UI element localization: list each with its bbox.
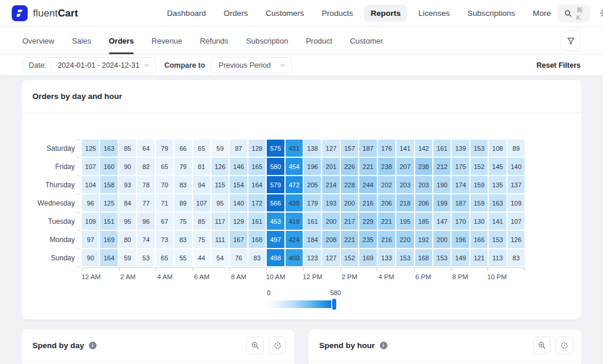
heatmap-cell[interactable]: 196: [304, 158, 321, 175]
heatmap-cell[interactable]: 94: [193, 176, 210, 193]
heatmap-cell[interactable]: 90: [119, 158, 136, 175]
heatmap-cell[interactable]: 163: [489, 194, 506, 211]
nav-item-orders[interactable]: Orders: [217, 5, 254, 22]
date-range-select[interactable]: Date: 2024-01-01 - 2024-12-31: [22, 57, 156, 73]
heatmap-cell[interactable]: 161: [249, 213, 266, 230]
reset-filters-button[interactable]: Reset Filters: [536, 61, 581, 70]
heatmap-cell[interactable]: 200: [341, 194, 358, 211]
heatmap-cell[interactable]: 139: [452, 140, 469, 157]
tab-refunds[interactable]: Refunds: [200, 27, 228, 54]
heatmap-cell[interactable]: 107: [193, 194, 210, 211]
heatmap-cell[interactable]: 200: [433, 231, 450, 248]
heatmap-cell[interactable]: 127: [322, 249, 339, 266]
heatmap-cell[interactable]: 157: [341, 140, 358, 157]
nav-item-subscriptions[interactable]: Subscriptions: [461, 5, 522, 22]
heatmap-cell[interactable]: 164: [249, 176, 266, 193]
heatmap-cell[interactable]: 154: [230, 176, 247, 193]
heatmap-cell[interactable]: 203: [396, 176, 413, 193]
heatmap-cell[interactable]: 439: [286, 194, 303, 211]
heatmap-cell[interactable]: 141: [489, 213, 506, 230]
heatmap-cell[interactable]: 152: [341, 249, 358, 266]
heatmap-cell[interactable]: 153: [489, 231, 506, 248]
heatmap-cell[interactable]: 135: [489, 176, 506, 193]
tab-overview[interactable]: Overview: [22, 27, 54, 54]
heatmap-cell[interactable]: 117: [211, 213, 228, 230]
heatmap-cell[interactable]: 206: [378, 194, 395, 211]
heatmap-cell[interactable]: 83: [249, 249, 266, 266]
heatmap-cell[interactable]: 179: [304, 194, 321, 211]
heatmap-cell[interactable]: 96: [137, 213, 154, 230]
heatmap-cell[interactable]: 216: [378, 231, 395, 248]
filter-button[interactable]: [561, 31, 581, 51]
heatmap-cell[interactable]: 85: [119, 140, 136, 157]
heatmap-cell[interactable]: 217: [341, 213, 358, 230]
heatmap-cell[interactable]: 104: [82, 176, 99, 193]
heatmap-cell[interactable]: 190: [433, 176, 450, 193]
heatmap-cell[interactable]: 65: [156, 249, 173, 266]
heatmap-cell[interactable]: 129: [230, 213, 247, 230]
heatmap-cell[interactable]: 153: [396, 249, 413, 266]
heatmap-cell[interactable]: 107: [82, 158, 99, 175]
heatmap-cell[interactable]: 220: [396, 231, 413, 248]
heatmap-cell[interactable]: 218: [396, 194, 413, 211]
heatmap-cell[interactable]: 200: [322, 213, 339, 230]
heatmap-cell[interactable]: 109: [508, 194, 525, 211]
heatmap-cell[interactable]: 82: [137, 158, 154, 175]
heatmap-cell[interactable]: 95: [211, 194, 228, 211]
heatmap-cell[interactable]: 201: [322, 158, 339, 175]
heatmap-cell[interactable]: 175: [452, 158, 469, 175]
heatmap-cell[interactable]: 53: [137, 249, 154, 266]
heatmap-cell[interactable]: 228: [341, 176, 358, 193]
heatmap-cell[interactable]: 84: [119, 194, 136, 211]
heatmap-cell[interactable]: 74: [137, 231, 154, 248]
heatmap-cell[interactable]: 497: [267, 231, 284, 248]
heatmap-cell[interactable]: 107: [508, 213, 525, 230]
heatmap-cell[interactable]: 205: [304, 176, 321, 193]
legend-range-handle[interactable]: [332, 299, 336, 310]
restore-button[interactable]: [555, 336, 573, 354]
heatmap-cell[interactable]: 83: [508, 249, 525, 266]
heatmap-cell[interactable]: 54: [211, 249, 228, 266]
heatmap-cell[interactable]: 221: [341, 231, 358, 248]
heatmap-cell[interactable]: 221: [378, 213, 395, 230]
heatmap-cell[interactable]: 85: [193, 213, 210, 230]
heatmap-cell[interactable]: 96: [82, 194, 99, 211]
heatmap-cell[interactable]: 59: [119, 249, 136, 266]
heatmap-cell[interactable]: 83: [174, 176, 191, 193]
heatmap-cell[interactable]: 128: [249, 140, 266, 157]
heatmap-cell[interactable]: 203: [415, 176, 432, 193]
heatmap-cell[interactable]: 172: [249, 194, 266, 211]
tab-orders[interactable]: Orders: [109, 27, 134, 54]
heatmap-cell[interactable]: 185: [415, 213, 432, 230]
heatmap-cell[interactable]: 140: [508, 158, 525, 175]
heatmap-cell[interactable]: 145: [489, 158, 506, 175]
heatmap-cell[interactable]: 73: [156, 231, 173, 248]
heatmap-cell[interactable]: 187: [359, 140, 376, 157]
heatmap-cell[interactable]: 579: [267, 176, 284, 193]
heatmap-cell[interactable]: 244: [359, 176, 376, 193]
heatmap-cell[interactable]: 78: [137, 176, 154, 193]
brand-logo[interactable]: fluentCart: [12, 5, 78, 21]
heatmap-cell[interactable]: 66: [174, 140, 191, 157]
heatmap-cell[interactable]: 212: [433, 158, 450, 175]
heatmap-cell[interactable]: 229: [359, 213, 376, 230]
tab-customer[interactable]: Customer: [350, 27, 383, 54]
heatmap-cell[interactable]: 170: [452, 213, 469, 230]
nav-item-dashboard[interactable]: Dashboard: [161, 5, 213, 22]
heatmap-cell[interactable]: 89: [508, 140, 525, 157]
nav-item-licenses[interactable]: Licenses: [412, 5, 456, 22]
heatmap-cell[interactable]: 165: [249, 158, 266, 175]
heatmap-cell[interactable]: 115: [211, 176, 228, 193]
heatmap-cell[interactable]: 196: [452, 231, 469, 248]
heatmap-cell[interactable]: 498: [267, 249, 284, 266]
heatmap-cell[interactable]: 70: [156, 176, 173, 193]
heatmap-cell[interactable]: 193: [322, 194, 339, 211]
heatmap-cell[interactable]: 79: [156, 140, 173, 157]
heatmap-cell[interactable]: 168: [415, 249, 432, 266]
heatmap-cell[interactable]: 207: [396, 158, 413, 175]
heatmap-cell[interactable]: 159: [471, 176, 488, 193]
heatmap-cell[interactable]: 147: [433, 213, 450, 230]
nav-item-more[interactable]: More: [526, 5, 558, 22]
tab-subscription[interactable]: Subscription: [246, 27, 289, 54]
heatmap-cell[interactable]: 90: [82, 249, 99, 266]
